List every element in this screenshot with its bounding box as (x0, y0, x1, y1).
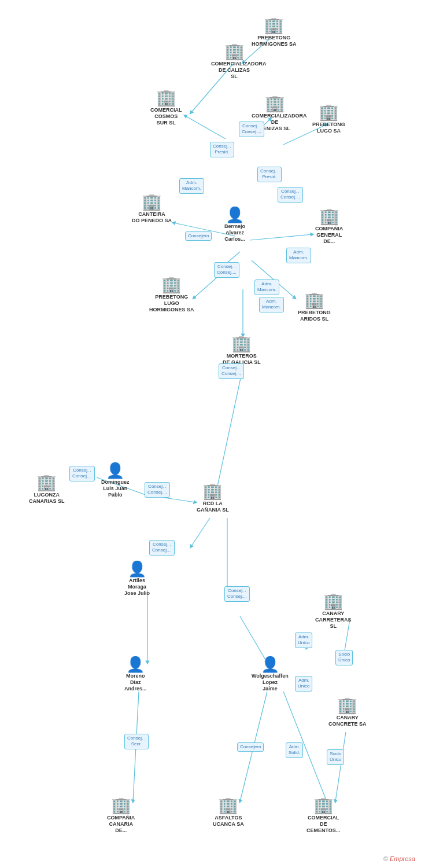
node-label: COMPAÑIACANARIADE... (107, 815, 135, 833)
building-icon: 🏢 (111, 797, 131, 814)
building-icon: 🏢 (156, 90, 176, 106)
node-label: PREBETONGARIDOS SL (298, 310, 331, 322)
node-asfaltos-ucanca: 🏢 ASFALTOSUCANCA SA (213, 797, 244, 827)
badge-adm-mancom-1[interactable]: Adm.Mancom. (179, 178, 204, 194)
node-lugonza-canarias: 🏢 LUGONZACANARIAS SL (29, 475, 65, 505)
badge-consej-consej-2[interactable]: Consej. .Consej.... (278, 187, 303, 203)
building-icon: 🏢 (142, 194, 162, 210)
building-icon: 🏢 (231, 336, 252, 352)
svg-line-8 (194, 275, 220, 298)
building-icon: 🏢 (36, 475, 57, 491)
badge-adm-unico-1[interactable]: Adm.Unico (295, 632, 312, 648)
node-label: RCD LAGAÑANIA SL (197, 501, 229, 513)
node-comercial-cementos: 🏢 COMERCIALDECEMENTOS... (306, 797, 340, 833)
svg-line-6 (250, 234, 312, 240)
building-icon: 🏢 (337, 697, 357, 713)
building-icon: 🏢 (224, 43, 245, 60)
node-label: DominguezLuis JuanPablo (101, 479, 130, 498)
node-label: PREBETONGLUGO SA (312, 122, 345, 134)
badge-consej-consej-8[interactable]: Consej. .Consej.... (224, 586, 250, 602)
node-label: COMERCIALCOSMOSSUR SL (150, 107, 182, 126)
badge-consejero-1[interactable]: Consejero (185, 231, 212, 241)
node-prebetong-lugo: 🏢 PREBETONGLUGO SA (312, 104, 345, 134)
building-icon: 🏢 (323, 593, 344, 609)
building-icon-red: 🏢 (202, 483, 223, 499)
building-icon: 🏢 (161, 277, 182, 293)
node-label: PREBETONGLUGOHORMIGONES SA (149, 294, 194, 312)
node-comercializadora-calizas: 🏢 COMERCIALIZADORADE CALIZASSL (211, 43, 257, 79)
person-icon: 👤 (261, 657, 279, 672)
badge-consej-consej-7[interactable]: Consej. .Consej.... (149, 540, 175, 556)
node-label: CANTEIRADO PENEDO SA (132, 211, 172, 224)
svg-line-2 (185, 116, 226, 139)
badge-consej-consej-5[interactable]: Consej. .Consej.... (69, 466, 95, 481)
node-label: CANARYCARRETERASSL (315, 610, 352, 629)
node-label: BermejoAlvarezCarlos... (224, 223, 245, 242)
node-label: COMPAÑIAGENERALDE... (315, 226, 343, 244)
node-moreno-diaz: 👤 MorenoDiazAndres... (124, 657, 147, 692)
badge-consej-consej-4[interactable]: Consej. .Consej.... (219, 363, 244, 379)
svg-line-14 (191, 518, 210, 547)
node-label: COMERCIALIZADORADE CALIZASSL (211, 61, 257, 79)
node-comercial-cosmos: 🏢 COMERCIALCOSMOSSUR SL (150, 90, 182, 126)
person-icon: 👤 (226, 207, 244, 222)
badge-adm-solid[interactable]: Adm.Solid. (286, 742, 303, 758)
badge-consej-consej-6[interactable]: Consej. .Consej.... (145, 482, 170, 498)
watermark-brand: Empresa (390, 855, 415, 862)
building-icon: 🏢 (319, 104, 339, 120)
node-wolgeschaffen: 👤 WolgeschaffenLopezJaime (252, 657, 289, 692)
badge-adm-mancom-2[interactable]: Adm.Mancom. (286, 248, 311, 263)
badge-adm-unico-2[interactable]: Adm.Unico (295, 676, 312, 692)
node-prebetong-lugo-hormigones: 🏢 PREBETONGLUGOHORMIGONES SA (149, 277, 194, 312)
node-label: LUGONZACANARIAS SL (29, 492, 65, 505)
badge-socio-unico-2[interactable]: SocioÚnico (327, 749, 344, 765)
badge-socio-unico-1[interactable]: SocioÚnico (335, 650, 353, 665)
node-label: MorenoDiazAndres... (124, 673, 147, 692)
badge-adm-mancom-3[interactable]: Adm.Mancom. (254, 279, 279, 295)
building-icon: 🏢 (313, 797, 334, 814)
node-artiles-moraga: 👤 ArtilesMoragaJose Julio (124, 561, 150, 596)
node-label: COMERCIALDECEMENTOS... (306, 815, 340, 833)
building-icon: 🏢 (265, 95, 285, 112)
node-rcd-la-ganania: 🏢 RCD LAGAÑANIA SL (197, 483, 229, 513)
badge-consejero-2[interactable]: Consejero (237, 742, 264, 752)
svg-line-23 (335, 732, 346, 801)
node-label: PREBETONGHORMIGONES SA (252, 35, 297, 47)
node-label: ArtilesMoragaJose Julio (124, 578, 150, 596)
person-icon: 👤 (128, 561, 146, 576)
node-prebetong-hormigones: 🏢 PREBETONGHORMIGONES SA (252, 17, 297, 47)
node-canary-concrete: 🏢 CANARYCONCRETE SA (328, 697, 367, 727)
node-label: CANARYCONCRETE SA (328, 715, 367, 727)
building-icon: 🏢 (319, 208, 339, 225)
badge-consej-consej-1[interactable]: Consej. .Consej.... (239, 122, 264, 137)
node-compania-general: 🏢 COMPAÑIAGENERALDE... (315, 208, 343, 244)
watermark: © Empresa (383, 855, 415, 862)
badge-consej-consej-3[interactable]: Consej. .Consej.... (214, 262, 239, 278)
badge-consej-presid-1[interactable]: Consej. .Presid. (210, 142, 234, 157)
node-label: ASFALTOSUCANCA SA (213, 815, 244, 827)
node-compania-canaria: 🏢 COMPAÑIACANARIADE... (107, 797, 135, 833)
node-label: WolgeschaffenLopezJaime (252, 673, 289, 692)
badge-adm-mancom-4[interactable]: Adm.Mancom. (259, 297, 284, 312)
building-icon: 🏢 (264, 17, 284, 34)
node-canary-carreteras: 🏢 CANARYCARRETERASSL (315, 593, 352, 629)
node-bermejo: 👤 BermejoAlvarezCarlos... (224, 207, 245, 242)
badge-consej-secr[interactable]: Consej. .Secr. (124, 734, 149, 749)
connection-lines (0, 0, 421, 868)
building-icon: 🏢 (218, 797, 238, 814)
person-icon: 👤 (126, 657, 145, 672)
node-canteira: 🏢 CANTEIRADO PENEDO SA (132, 194, 172, 224)
svg-line-11 (217, 367, 243, 489)
node-prebetong-aridos: 🏢 PREBETONGARIDOS SL (298, 292, 331, 322)
badge-consej-presid-2[interactable]: Consej. .Presid. (257, 167, 282, 182)
node-morteros-galicia: 🏢 MORTEROSDE GALICIA SL (223, 336, 261, 366)
node-dominguez: 👤 DominguezLuis JuanPablo (101, 463, 130, 498)
building-icon: 🏢 (304, 292, 324, 308)
graph-container: 🏢 PREBETONGHORMIGONES SA 🏢 COMERCIALIZAD… (0, 0, 421, 868)
person-icon: 👤 (106, 463, 124, 478)
